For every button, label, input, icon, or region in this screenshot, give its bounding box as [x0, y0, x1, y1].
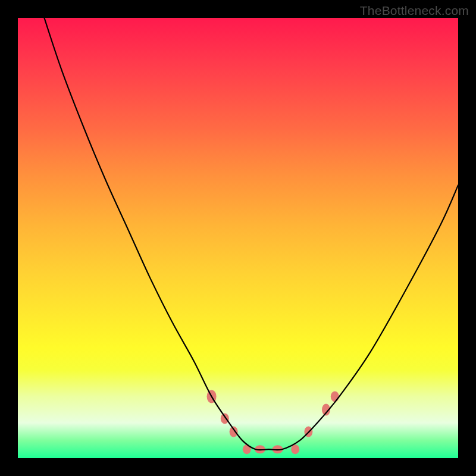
curve-marker: [221, 413, 229, 424]
curve-markers: [207, 390, 339, 454]
curve-layer: [18, 18, 458, 458]
curve-marker: [230, 427, 238, 437]
chart-frame: TheBottleneck.com: [0, 0, 476, 476]
attribution-label: TheBottleneck.com: [360, 4, 469, 18]
curve-marker: [331, 391, 339, 402]
curve-marker: [291, 444, 299, 454]
plot-area: [18, 18, 458, 458]
bottleneck-curve: [44, 18, 458, 450]
